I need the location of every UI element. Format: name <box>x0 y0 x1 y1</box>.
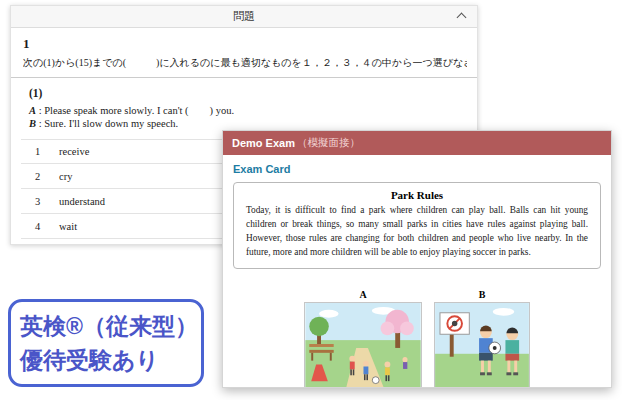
exam-card-label: Exam Card <box>233 163 601 175</box>
option-number: 4 <box>35 221 59 232</box>
question-panel-title: 問題 <box>233 9 255 24</box>
exam-image-a-label: A <box>304 289 422 300</box>
dialogue-b-text: : Sure. I'll slow down my speech. <box>36 118 178 129</box>
option-text: receive <box>59 146 89 157</box>
section-number: 1 <box>23 36 467 52</box>
demo-exam-header: Demo Exam （模擬面接） <box>223 131 611 155</box>
park-scene-b-illustration <box>434 302 530 388</box>
exam-image-b-label: B <box>434 289 530 300</box>
dialogue-line-a: A : Please speak more slowly. I can't ( … <box>29 105 467 116</box>
dialogue-a-text: : Please speak more slowly. I can't ( ) … <box>36 105 234 116</box>
demo-exam-subtitle: （模擬面接） <box>297 136 360 150</box>
chevron-up-icon[interactable] <box>457 13 467 23</box>
passage-title: Park Rules <box>246 189 588 201</box>
speaker-a: A <box>29 105 36 116</box>
eiken-promo-badge: 英検®（従来型） 優待受験あり <box>8 299 204 387</box>
option-text: wait <box>59 221 77 232</box>
option-number: 1 <box>35 146 59 157</box>
promo-badge-line2: 優待受験あり <box>20 343 201 378</box>
passage-text: Today, it is difficult to find a park wh… <box>246 204 588 260</box>
exam-card-images: A <box>223 289 611 388</box>
option-text: cry <box>59 171 72 182</box>
divider <box>11 77 477 78</box>
promo-badge-line1: 英検®（従来型） <box>20 309 201 344</box>
speaker-b: B <box>29 118 36 129</box>
demo-exam-title: Demo Exam <box>232 137 295 149</box>
exam-card-passage-box: Park Rules Today, it is difficult to fin… <box>233 182 601 269</box>
option-text: understand <box>59 196 105 207</box>
exam-image-b: B <box>434 289 530 388</box>
exam-image-a: A <box>304 289 422 388</box>
option-number: 2 <box>35 171 59 182</box>
question-number: (1) <box>29 87 467 99</box>
park-scene-a-illustration <box>304 302 422 388</box>
demo-exam-panel: Demo Exam （模擬面接） Exam Card Park Rules To… <box>222 130 612 388</box>
question-panel-header[interactable]: 問題 <box>11 6 477 28</box>
dialogue-line-b: B : Sure. I'll slow down my speech. <box>29 118 467 129</box>
option-number: 3 <box>35 196 59 207</box>
instructions-text: 次の(1)から(15)までの( )に入れるのに最も適切なものを１，２，３，４の中… <box>23 56 467 70</box>
